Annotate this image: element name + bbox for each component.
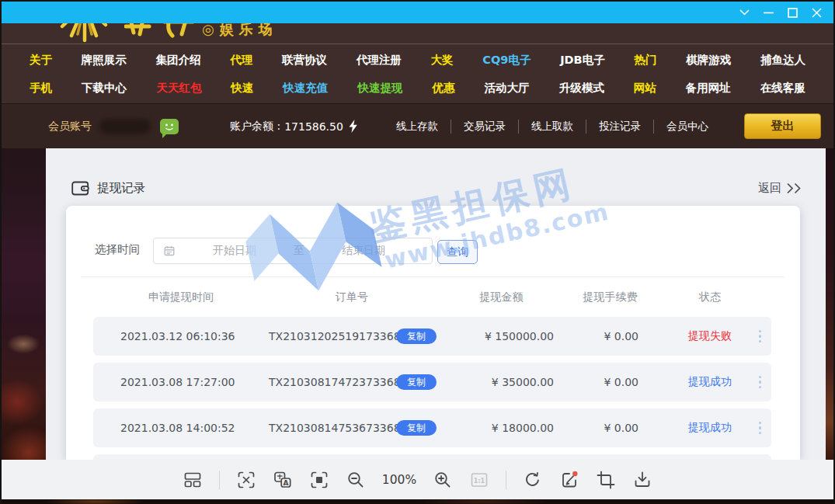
filter-label: 选择时间 xyxy=(95,242,140,257)
copy-button[interactable]: 复制 xyxy=(396,328,437,344)
wallet-icon xyxy=(71,181,89,196)
rotate-right-icon[interactable] xyxy=(523,470,543,490)
maximize-button[interactable] xyxy=(781,2,805,23)
nav-item-download[interactable]: 下载中心 xyxy=(82,81,127,96)
nav-item-fast-withdraw[interactable]: 快速提现 xyxy=(357,81,402,96)
divider xyxy=(506,471,506,489)
cell-amount: ¥ 18000.00 xyxy=(435,422,568,434)
header-amount: 提现金额 xyxy=(435,290,568,304)
page-title: 提现记录 xyxy=(97,180,145,196)
copy-button[interactable]: 复制 xyxy=(396,374,437,390)
nav-item-about[interactable]: 关于 xyxy=(30,53,52,68)
fit-screen-icon[interactable] xyxy=(309,470,329,490)
logo-strip: ◎娱乐场 xyxy=(2,23,833,44)
account-bar: 会员账号 账户余额 : 171586.50 线上存款 交易记录 线上取款 投注记… xyxy=(2,103,833,148)
link-transaction-records[interactable]: 交易记录 xyxy=(451,120,518,134)
cell-status: 提现成功 xyxy=(671,375,749,389)
cell-time: 2021.03.08 17:27:00 xyxy=(93,376,269,388)
main-content: 提现记录 返回 选择时间 xyxy=(46,146,826,460)
edit-annotate-icon[interactable] xyxy=(559,470,579,490)
table-row: 2021.03.08 17:27:00 TX210308174723733681… xyxy=(93,363,771,401)
zoom-level-label[interactable]: 100% xyxy=(382,473,416,487)
query-button[interactable]: 查询 xyxy=(437,240,478,264)
zoom-out-icon[interactable] xyxy=(346,470,366,490)
table-header: 申请提现时间 订单号 提现金额 提现手续费 状态 xyxy=(66,277,800,317)
link-online-withdraw[interactable]: 线上取款 xyxy=(518,120,586,134)
ocr-scan-icon[interactable] xyxy=(236,470,256,490)
nav-item-backup-url[interactable]: 备用网址 xyxy=(686,81,731,96)
balance-display: 账户余额 : 171586.50 xyxy=(230,120,359,134)
nav-item-fast-deposit[interactable]: 快速充值 xyxy=(283,81,328,96)
divider xyxy=(219,471,220,489)
nav-item-hot[interactable]: 热门 xyxy=(634,53,656,68)
close-button[interactable] xyxy=(805,2,829,23)
cell-time: 2021.03.12 06:10:36 xyxy=(93,330,269,342)
svg-text:A: A xyxy=(283,478,288,486)
nav-item-fishing[interactable]: 捕鱼达人 xyxy=(760,53,805,68)
nav-item-jackpot[interactable]: 大奖 xyxy=(431,53,454,68)
nav-row-2: 手机 下载中心 天天红包 快速 快速充值 快速提现 优惠 活动大厅 升级模式 网… xyxy=(30,74,805,102)
date-range-input[interactable]: 开始日期 至 结束日期 xyxy=(153,238,433,264)
nav-item-alliance[interactable]: 联营协议 xyxy=(282,53,327,68)
back-link[interactable]: 返回 xyxy=(758,181,802,196)
cell-amount: ¥ 150000.00 xyxy=(435,330,568,342)
cell-status: 提现失败 xyxy=(671,329,749,343)
nav-item-promo[interactable]: 优惠 xyxy=(432,81,454,96)
member-account-label: 会员账号 xyxy=(48,120,92,134)
nav-item-online-service[interactable]: 在线客服 xyxy=(760,81,805,96)
translate-icon[interactable]: A xyxy=(273,470,293,490)
link-online-deposit[interactable]: 线上存款 xyxy=(384,120,451,134)
cell-order-no: TX210308147536733681 xyxy=(269,422,396,434)
cell-amount: ¥ 35000.00 xyxy=(435,376,568,388)
balance-value: 171586.50 xyxy=(284,120,343,133)
back-label: 返回 xyxy=(758,181,781,196)
header-fee: 提现手续费 xyxy=(568,290,652,304)
filter-bar: 选择时间 开始日期 至 结束日期 查询 xyxy=(66,206,800,276)
nav-item-group-intro[interactable]: 集团介绍 xyxy=(156,53,201,68)
flower-logo-icon xyxy=(51,23,118,43)
row-menu-button[interactable] xyxy=(749,376,771,389)
link-bet-records[interactable]: 投注记录 xyxy=(586,120,653,134)
chat-smiley-icon[interactable] xyxy=(160,119,179,134)
nav-item-agent-register[interactable]: 代理注册 xyxy=(357,53,402,68)
row-menu-button[interactable] xyxy=(749,330,771,343)
nav-item-red-packet[interactable]: 天天红包 xyxy=(156,81,201,96)
viewer-toolbar: A 100% 1:1 xyxy=(2,460,833,499)
cell-fee: ¥ 0.00 xyxy=(568,376,652,388)
logout-button[interactable]: 登出 xyxy=(744,113,821,139)
nav-item-website[interactable]: 网站 xyxy=(634,81,656,96)
nav-item-license[interactable]: 牌照展示 xyxy=(82,53,127,68)
nav-item-cq9[interactable]: CQ9电子 xyxy=(482,53,531,68)
link-member-center[interactable]: 会员中心 xyxy=(653,120,721,134)
nav-item-mobile[interactable]: 手机 xyxy=(30,81,52,96)
chevron-down-icon[interactable] xyxy=(732,2,757,23)
member-username-blurred xyxy=(99,119,151,134)
download-icon[interactable] xyxy=(632,470,652,490)
main-nav: 关于 牌照展示 集团介绍 代理 联营协议 代理注册 大奖 CQ9电子 JDB电子… xyxy=(2,44,833,103)
nav-item-activity-hall[interactable]: 活动大厅 xyxy=(485,81,530,96)
layout-grid-icon[interactable] xyxy=(183,470,203,490)
table-row: 2021.03.12 06:10:36 TX210312025191733681… xyxy=(93,317,771,356)
double-chevron-right-icon xyxy=(786,182,802,194)
one-to-one-icon[interactable]: 1:1 xyxy=(469,470,489,490)
copy-button[interactable]: 复制 xyxy=(396,420,437,436)
cell-status: 提现成功 xyxy=(671,421,749,435)
nav-item-jdb[interactable]: JDB电子 xyxy=(560,53,604,68)
nav-item-upgrade-mode[interactable]: 升级模式 xyxy=(559,81,604,96)
logo-text-cropped xyxy=(124,23,196,43)
refresh-balance-icon[interactable] xyxy=(347,120,359,133)
nav-item-fast[interactable]: 快速 xyxy=(231,81,253,96)
site-header: ◎娱乐场 关于 牌照展示 集团介绍 代理 联营协议 代理注册 大奖 CQ9电子 … xyxy=(2,23,833,146)
zoom-in-icon[interactable] xyxy=(433,470,453,490)
nav-item-agent[interactable]: 代理 xyxy=(230,53,252,68)
calendar-icon xyxy=(163,245,176,257)
cell-fee: ¥ 0.00 xyxy=(568,330,652,342)
row-menu-button[interactable] xyxy=(749,422,771,435)
logo-text: ◎娱乐场 xyxy=(202,23,278,39)
nav-item-board-games[interactable]: 棋牌游戏 xyxy=(686,53,731,68)
header-order-no: 订单号 xyxy=(269,290,435,304)
background-image-right xyxy=(826,146,833,460)
content-header: 提现记录 返回 xyxy=(71,180,802,196)
minimize-button[interactable] xyxy=(757,2,781,23)
crop-icon[interactable] xyxy=(596,470,616,490)
